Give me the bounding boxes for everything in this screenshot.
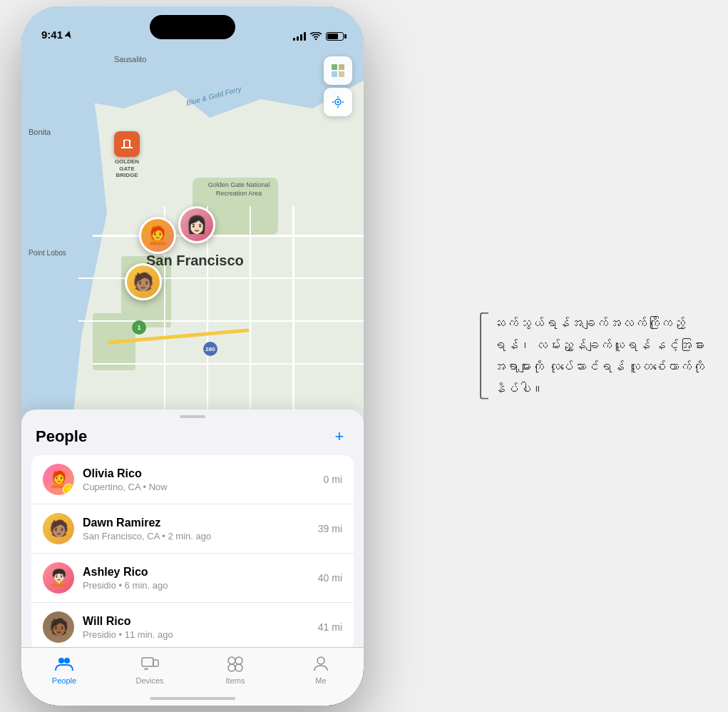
person-item-ashley[interactable]: 🧑🏻‍🦱 Ashley Rico Presidio • 6 min. ago 4… [31, 554, 354, 603]
location-arrow-icon [65, 31, 72, 39]
svg-rect-4 [339, 64, 344, 70]
status-icons [293, 32, 344, 41]
items-tab-icon [225, 653, 245, 673]
signal-icon [293, 32, 306, 41]
person-name-will: Will Rico [83, 615, 318, 628]
map-road [292, 206, 294, 420]
people-title: People [36, 427, 87, 446]
person-location-will: Presidio • 11 min. ago [83, 629, 318, 640]
sheet-handle [180, 415, 205, 418]
svg-rect-11 [142, 658, 153, 666]
people-tab-icon [54, 653, 74, 673]
tab-devices[interactable]: Devices [107, 653, 193, 685]
national-area-label: Golden Gate National Recreation Area [207, 181, 271, 198]
tab-label-me: Me [315, 676, 326, 685]
map-type-button[interactable] [324, 56, 352, 85]
map-road [93, 363, 364, 365]
person-distance-ashley: 40 mi [318, 572, 342, 584]
person-name-ashley: Ashley Rico [83, 566, 318, 579]
svg-rect-5 [332, 71, 337, 77]
map-pin-olivia[interactable]: 🧑‍🦰 [139, 217, 176, 254]
tab-label-items: Items [226, 676, 245, 685]
person-info-dawn: Dawn Ramirez San Francisco, CA • 2 min. … [83, 517, 318, 541]
person-location-olivia: Cupertino, CA • Now [83, 482, 324, 492]
san-francisco-label: San Francisco [146, 253, 244, 269]
svg-point-8 [337, 101, 339, 103]
person-distance-dawn: 39 mi [318, 523, 342, 534]
svg-point-9 [58, 658, 64, 663]
person-name-olivia: Olivia Rico [83, 467, 324, 480]
map-pin-dawn[interactable]: 👩🏻 [178, 206, 215, 243]
tab-label-people: People [52, 676, 76, 685]
phone-screen: 9:41 [21, 6, 364, 706]
map-road [93, 235, 364, 237]
tab-label-devices: Devices [135, 676, 163, 685]
map-controls [324, 56, 352, 116]
map-pin-ashley[interactable]: 🧑🏽 [125, 263, 162, 300]
sausalito-label: Sausalito [114, 55, 146, 63]
annotation-container: ဆက်သွယ်ရန်အချက်အလက်ကိုကြည့်ရန်၊ လမ်းညွှန… [493, 312, 707, 400]
svg-rect-0 [121, 147, 133, 148]
add-person-button[interactable]: + [329, 427, 349, 447]
person-item-olivia[interactable]: 🧑‍🦰 ⭐ Olivia Rico Cupertino, CA • Now 0 … [31, 455, 354, 504]
home-indicator [150, 697, 235, 700]
svg-rect-6 [339, 71, 344, 77]
person-list: 🧑‍🦰 ⭐ Olivia Rico Cupertino, CA • Now 0 … [31, 455, 354, 651]
people-header: People + [21, 427, 364, 455]
me-tab-icon [311, 653, 331, 673]
svg-point-16 [235, 657, 242, 664]
tab-items[interactable]: Items [193, 653, 278, 685]
person-distance-olivia: 0 mi [324, 474, 342, 485]
map-road [78, 278, 364, 279]
person-location-dawn: San Francisco, CA • 2 min. ago [83, 531, 318, 541]
annotation-text: ဆက်သွယ်ရန်အချက်အလက်ကိုကြည့်ရန်၊ လမ်းညွှန… [493, 312, 707, 400]
avatar-dawn: 🧑🏽 [43, 513, 74, 544]
bridge-icon [120, 137, 134, 151]
location-button[interactable] [324, 88, 352, 116]
svg-point-15 [228, 657, 235, 664]
annotation-bracket [480, 312, 488, 400]
bonita-label: Bonita [29, 128, 51, 136]
person-item-dawn[interactable]: 🧑🏽 Dawn Ramirez San Francisco, CA • 2 mi… [31, 504, 354, 554]
avatar-olivia: 🧑‍🦰 ⭐ [43, 464, 74, 495]
point-lobos-label: Point Lobos [29, 249, 66, 257]
tab-people[interactable]: People [21, 653, 107, 685]
svg-rect-12 [153, 660, 158, 666]
svg-point-10 [64, 658, 70, 663]
star-badge-olivia: ⭐ [63, 484, 74, 495]
map-road [78, 320, 364, 322]
highway-280-badge: 280 [203, 342, 217, 356]
svg-point-18 [235, 664, 242, 671]
wifi-icon [310, 32, 322, 41]
person-location-ashley: Presidio • 6 min. ago [83, 580, 318, 591]
map-background: 1 280 Sausalito Bonita Point Lobos Blue … [21, 6, 364, 420]
person-info-will: Will Rico Presidio • 11 min. ago [83, 615, 318, 640]
battery-icon [326, 32, 344, 41]
map-area[interactable]: 1 280 Sausalito Bonita Point Lobos Blue … [21, 6, 364, 420]
avatar-ashley: 🧑🏻‍🦱 [43, 562, 74, 594]
devices-tab-icon [140, 653, 160, 673]
person-name-dawn: Dawn Ramirez [83, 517, 318, 529]
svg-point-19 [317, 657, 324, 664]
person-item-will[interactable]: 🧑🏾 Will Rico Presidio • 11 min. ago 41 m… [31, 603, 354, 651]
person-info-ashley: Ashley Rico Presidio • 6 min. ago [83, 566, 318, 591]
phone-frame: 9:41 [21, 6, 364, 706]
person-info-olivia: Olivia Rico Cupertino, CA • Now [83, 467, 324, 492]
map-road [250, 206, 251, 420]
people-bottom-sheet: People + 🧑‍🦰 ⭐ Olivia Rico Cupertino, CA… [21, 410, 364, 651]
status-time: 9:41 [41, 29, 72, 41]
avatar-will: 🧑🏾 [43, 611, 74, 643]
tab-me[interactable]: Me [278, 653, 364, 685]
person-distance-will: 41 mi [318, 621, 342, 633]
highway-1-badge: 1 [132, 320, 146, 335]
golden-gate-bridge-marker: GOLDEN GATE BRIDGE [114, 131, 145, 179]
svg-point-17 [228, 664, 235, 671]
dynamic-island [150, 15, 235, 39]
svg-rect-3 [332, 64, 337, 70]
